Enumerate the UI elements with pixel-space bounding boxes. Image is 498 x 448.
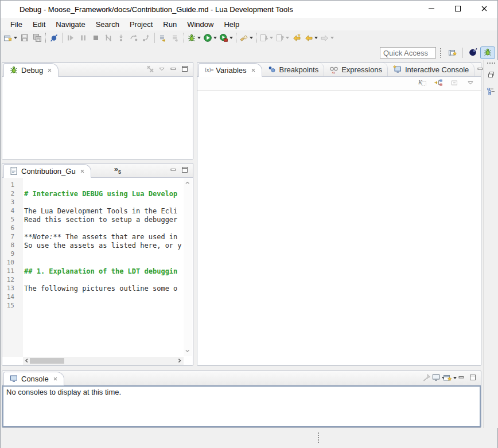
- step-over-button[interactable]: [127, 32, 140, 44]
- close-icon[interactable]: [79, 168, 85, 174]
- tab-interactive-console[interactable]: Interactive Console: [388, 63, 474, 76]
- maximize-view-button[interactable]: [179, 165, 190, 176]
- drop-to-frame-button[interactable]: [157, 32, 169, 44]
- dropdown-arrow-icon[interactable]: [286, 37, 289, 39]
- scroll-up-icon[interactable]: [184, 180, 192, 188]
- toolbar-separator: [45, 33, 46, 43]
- close-icon[interactable]: [46, 67, 53, 73]
- dropdown-arrow-icon[interactable]: [330, 37, 334, 39]
- step-return-button[interactable]: [140, 32, 153, 44]
- quick-access-input[interactable]: [380, 47, 436, 59]
- tab-breakpoints[interactable]: Breakpoints: [262, 63, 325, 76]
- scroll-down-icon[interactable]: [184, 347, 192, 355]
- remove-all-terminated-button[interactable]: [145, 64, 156, 75]
- console-body[interactable]: No consoles to display at this time.: [2, 385, 481, 427]
- lua-perspective-button[interactable]: [465, 46, 480, 59]
- close-icon[interactable]: [250, 67, 256, 73]
- dropdown-arrow-icon[interactable]: [250, 37, 253, 39]
- next-annotation-button[interactable]: [258, 32, 274, 44]
- dropdown-arrow-icon[interactable]: [229, 37, 233, 39]
- scrollbar-thumb[interactable]: [30, 358, 64, 364]
- minimize-view-button[interactable]: [168, 64, 179, 75]
- editor-tab-label: Contribution_Gu: [21, 167, 76, 176]
- scroll-right-icon[interactable]: [176, 357, 184, 365]
- perspective-bar-drag-handle[interactable]: [439, 48, 442, 58]
- show-logical-structures-button[interactable]: [433, 78, 444, 89]
- debug-perspective-button[interactable]: [480, 46, 495, 59]
- editor-horizontal-scrollbar[interactable]: [23, 357, 184, 365]
- restore-view-button[interactable]: [485, 69, 497, 81]
- editor-line: 6: [2, 224, 184, 232]
- terminate-icon: [91, 33, 100, 42]
- save-button[interactable]: [18, 32, 31, 44]
- variables-view-toolbar: K: [197, 77, 481, 91]
- menu-search[interactable]: Search: [91, 19, 124, 30]
- status-bar-drag-handle[interactable]: [317, 432, 320, 443]
- suspend-button[interactable]: [77, 32, 90, 44]
- previous-annotation-button[interactable]: [274, 32, 290, 44]
- tab-console[interactable]: Console: [3, 372, 64, 385]
- tab-debug-label: Debug: [21, 66, 43, 75]
- close-window-button[interactable]: [471, 1, 497, 18]
- menu-file[interactable]: File: [5, 19, 28, 30]
- forward-icon: [320, 33, 329, 42]
- tab-expressions[interactable]: xyExpressions: [324, 63, 388, 76]
- last-edit-location-button[interactable]: [290, 32, 303, 44]
- menu-window[interactable]: Window: [182, 19, 219, 30]
- menu-help[interactable]: Help: [219, 19, 244, 30]
- terminate-button[interactable]: [90, 32, 102, 44]
- debug-button[interactable]: [186, 32, 202, 44]
- skip-all-breakpoints-button[interactable]: [48, 32, 60, 44]
- dropdown-arrow-icon[interactable]: [197, 37, 201, 39]
- menu-run[interactable]: Run: [158, 19, 182, 30]
- view-menu-button[interactable]: [156, 64, 168, 75]
- step-into-button[interactable]: [115, 32, 127, 44]
- dropdown-arrow-icon[interactable]: [14, 37, 17, 39]
- show-type-names-button[interactable]: K: [417, 78, 428, 89]
- menu-edit[interactable]: Edit: [28, 19, 50, 30]
- tab-debug[interactable]: Debug: [3, 63, 59, 77]
- trim-drag-handle[interactable]: [487, 62, 496, 64]
- last-edit-location-icon: [292, 33, 301, 42]
- editor-body[interactable]: 12# Interactive DEBUG using Lua Develop3…: [2, 178, 193, 365]
- external-tools-button[interactable]: [218, 32, 234, 44]
- open-console-button[interactable]: [444, 372, 456, 384]
- close-icon[interactable]: [52, 376, 59, 382]
- show-type-names-icon: K: [418, 78, 427, 89]
- back-button[interactable]: [303, 32, 319, 44]
- hidden-editors-chevron[interactable]: »5: [114, 165, 121, 175]
- run-button[interactable]: [202, 32, 218, 44]
- tab-variables[interactable]: (x)=Variables: [199, 63, 262, 77]
- editor-vertical-scrollbar[interactable]: [184, 178, 192, 356]
- minimize-window-button[interactable]: [418, 1, 445, 18]
- maximize-icon: [453, 4, 462, 15]
- display-selected-console-button[interactable]: [433, 372, 444, 384]
- editor-content[interactable]: 12# Interactive DEBUG using Lua Develop3…: [2, 181, 184, 310]
- resume-button[interactable]: [64, 32, 77, 44]
- line-number: 4: [2, 207, 20, 215]
- dropdown-arrow-icon[interactable]: [213, 37, 217, 39]
- maximize-window-button[interactable]: [445, 1, 471, 18]
- perspective-bar: [445, 46, 495, 59]
- minimize-view-button[interactable]: [456, 372, 467, 384]
- menu-project[interactable]: Project: [124, 19, 158, 30]
- search-flashlight-button[interactable]: [238, 32, 254, 44]
- pin-console-button[interactable]: [421, 372, 433, 384]
- tab-contribution-guide[interactable]: Contribution_Gu: [3, 164, 91, 178]
- collapse-all-button[interactable]: [449, 78, 460, 89]
- menu-navigate[interactable]: Navigate: [50, 19, 90, 30]
- maximize-view-button[interactable]: [467, 372, 478, 384]
- open-perspective-button[interactable]: [445, 46, 460, 59]
- view-menu-button[interactable]: [465, 78, 476, 89]
- disconnect-button[interactable]: [102, 32, 115, 44]
- new-wizard-button[interactable]: [2, 32, 18, 44]
- maximize-view-icon: [468, 373, 477, 384]
- use-step-filters-button[interactable]: [169, 32, 182, 44]
- forward-button[interactable]: [319, 32, 335, 44]
- outline-view-button[interactable]: [485, 86, 497, 98]
- dropdown-arrow-icon[interactable]: [270, 37, 273, 39]
- save-all-button[interactable]: [31, 32, 44, 44]
- maximize-view-button[interactable]: [179, 64, 190, 75]
- dropdown-arrow-icon[interactable]: [314, 37, 318, 39]
- minimize-view-button[interactable]: [168, 165, 179, 176]
